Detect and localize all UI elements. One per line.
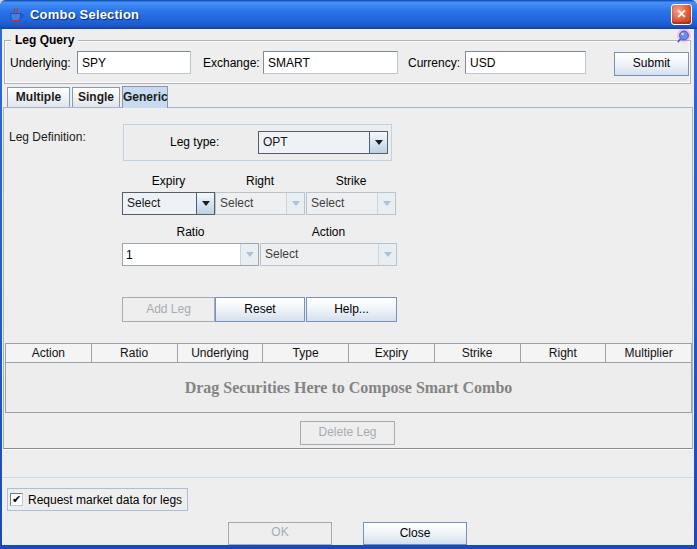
leg-query-title: Leg Query — [11, 33, 78, 47]
strike-label: Strike — [306, 174, 396, 188]
legs-table-header: Action Ratio Underlying Type Expiry Stri… — [6, 344, 691, 363]
ratio-combobox[interactable] — [122, 243, 259, 266]
request-market-data-checkbox[interactable]: ✔ Request market data for legs — [7, 488, 188, 511]
column-header[interactable]: Ratio — [92, 344, 178, 362]
request-market-data-label: Request market data for legs — [28, 493, 182, 507]
tab-single[interactable]: Single — [72, 87, 120, 107]
underlying-input[interactable] — [77, 51, 191, 74]
footer-separator — [2, 477, 694, 479]
column-header[interactable]: Expiry — [349, 344, 435, 362]
ratio-label: Ratio — [122, 225, 259, 239]
action-value: Select — [261, 244, 378, 265]
ok-button[interactable]: OK — [228, 522, 332, 545]
column-header[interactable]: Right — [521, 344, 607, 362]
pin-icon[interactable] — [674, 28, 692, 46]
action-label: Action — [260, 225, 397, 239]
leg-type-label: Leg type: — [170, 125, 219, 160]
help-button[interactable]: Help... — [306, 297, 397, 322]
generic-tab-panel: Leg Definition: Leg type: OPT Expiry Rig… — [3, 107, 693, 449]
column-header[interactable]: Multiplier — [606, 344, 691, 362]
strike-value: Select — [307, 193, 377, 214]
chevron-down-icon — [377, 193, 395, 214]
close-window-button[interactable]: ✕ — [671, 4, 692, 25]
tab-multiple[interactable]: Multiple — [7, 87, 70, 107]
column-header[interactable]: Strike — [435, 344, 521, 362]
chevron-down-icon[interactable] — [369, 132, 387, 153]
close-button[interactable]: Close — [363, 522, 467, 545]
column-header[interactable]: Underlying — [178, 344, 264, 362]
add-leg-button[interactable]: Add Leg — [122, 297, 215, 322]
titlebar[interactable]: Combo Selection ✕ — [0, 0, 697, 29]
currency-label: Currency: — [408, 51, 460, 75]
expiry-combobox[interactable]: Select — [122, 192, 215, 215]
chevron-down-icon — [286, 193, 304, 214]
window-title: Combo Selection — [30, 7, 139, 22]
reset-button[interactable]: Reset — [215, 297, 305, 322]
leg-type-combobox[interactable]: OPT — [258, 131, 388, 154]
underlying-label: Underlying: — [10, 51, 71, 75]
drag-drop-placeholder: Drag Securities Here to Compose Smart Co… — [6, 363, 691, 413]
leg-type-panel: Leg type: OPT — [123, 124, 392, 161]
expiry-label: Expiry — [122, 174, 215, 188]
checkbox-checked-icon[interactable]: ✔ — [10, 493, 23, 506]
column-header[interactable]: Type — [263, 344, 349, 362]
right-label: Right — [215, 174, 305, 188]
leg-type-value: OPT — [259, 132, 369, 153]
combo-selection-window: Combo Selection ✕ Leg Query Underlying: … — [0, 0, 697, 549]
strike-combobox[interactable]: Select — [306, 192, 396, 215]
currency-input[interactable] — [465, 51, 586, 74]
chevron-down-icon — [378, 244, 396, 265]
column-header[interactable]: Action — [6, 344, 92, 362]
chevron-down-icon[interactable] — [196, 193, 214, 214]
dialog-body: Leg Query Underlying: Exchange: Currency… — [2, 29, 694, 545]
tab-generic[interactable]: Generic — [122, 86, 168, 108]
right-value: Select — [216, 193, 286, 214]
java-cup-icon — [7, 6, 24, 23]
expiry-value: Select — [123, 193, 196, 214]
chevron-down-icon — [240, 244, 258, 265]
leg-definition-label: Leg Definition: — [9, 130, 86, 144]
exchange-label: Exchange: — [203, 51, 260, 75]
right-combobox[interactable]: Select — [215, 192, 305, 215]
delete-leg-button[interactable]: Delete Leg — [300, 421, 395, 445]
ratio-input[interactable] — [123, 244, 240, 265]
legs-table[interactable]: Action Ratio Underlying Type Expiry Stri… — [5, 343, 692, 413]
action-combobox[interactable]: Select — [260, 243, 397, 266]
submit-button[interactable]: Submit — [614, 52, 689, 76]
exchange-input[interactable] — [263, 51, 398, 74]
